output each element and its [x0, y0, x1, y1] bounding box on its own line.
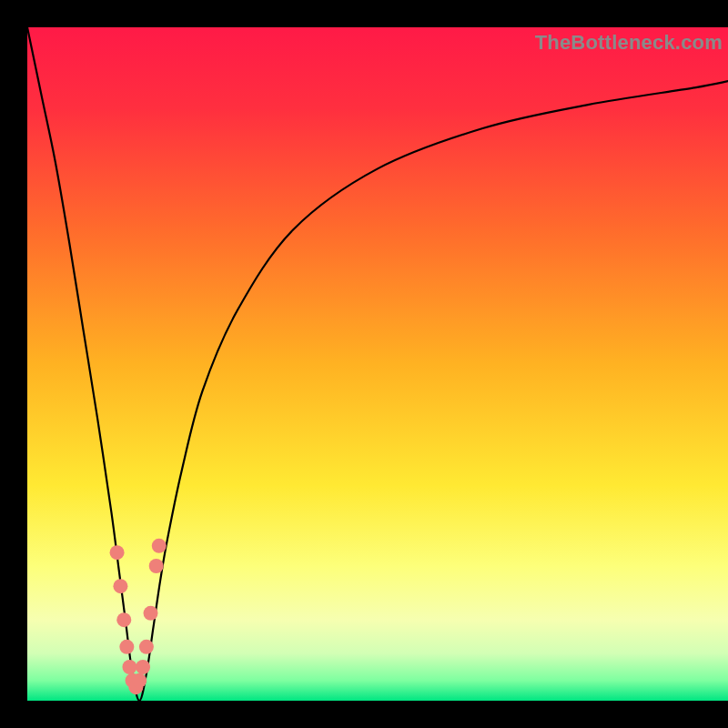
marker-dot — [139, 640, 154, 654]
bottleneck-curve — [27, 27, 728, 701]
marker-dot — [116, 612, 131, 627]
chart-svg — [27, 27, 728, 701]
marker-dot — [136, 660, 150, 674]
marker-dot — [149, 559, 164, 573]
plot-area: TheBottleneck.com — [27, 27, 728, 701]
marker-dot — [113, 579, 127, 593]
watermark-text: TheBottleneck.com — [535, 31, 723, 55]
marker-dot — [122, 660, 136, 674]
marker-dot — [144, 606, 158, 621]
marker-dot — [110, 545, 125, 560]
chart-frame: TheBottleneck.com — [0, 0, 728, 728]
marker-dot — [132, 673, 147, 688]
marker-dot — [119, 640, 134, 654]
marker-dot — [152, 539, 167, 553]
